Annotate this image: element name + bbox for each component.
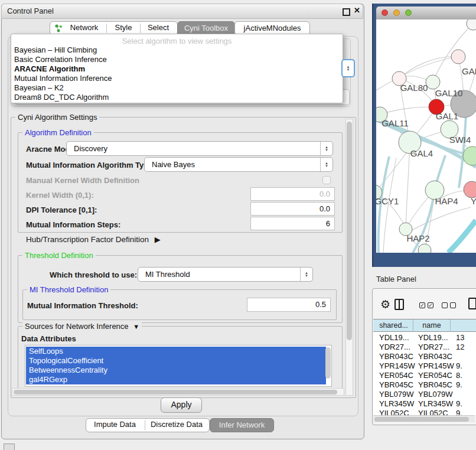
down-arrow-icon: ▼: [305, 275, 308, 278]
mi-threshold-field[interactable]: 0.5: [247, 298, 331, 312]
column-header-name[interactable]: name: [413, 319, 451, 332]
manual-kernel-checkbox[interactable]: [322, 176, 331, 184]
tab-infer-network[interactable]: Infer Network: [210, 418, 274, 432]
tab-infer-network-label: Infer Network: [210, 419, 273, 432]
mi-steps-field[interactable]: 6: [250, 217, 335, 230]
list-vertical-scrollbar[interactable]: [325, 347, 331, 379]
node-label: SWI4: [449, 135, 471, 145]
cell: YIL052C: [379, 409, 409, 415]
tab-network[interactable]: Network: [63, 21, 106, 34]
deselect-all-icon[interactable]: [450, 302, 456, 308]
cell: 12: [456, 343, 464, 352]
mi-algorithm-type-combobox[interactable]: Naive Bayes ▲▼: [144, 157, 333, 172]
down-arrow-icon: ▼: [347, 69, 350, 71]
close-traffic-light-icon[interactable]: [382, 9, 388, 16]
table-panel-title: Table Panel: [376, 275, 416, 283]
network-graph[interactable]: GAL GAL80 GAL10 GAL1 GAL11 SWI4 GAL4 GCY…: [376, 19, 476, 253]
algorithm-option[interactable]: Dream8 DC_TDC Algorithm: [14, 93, 109, 102]
collapse-down-icon: ▼: [133, 323, 139, 330]
table-body[interactable]: YDL19... YDL19... 13 YDR27... YDR27... 1…: [373, 332, 476, 415]
kernel-width-field[interactable]: 0.0: [250, 187, 335, 201]
attribute-item[interactable]: gal4RGexp: [26, 375, 326, 384]
node-gal10[interactable]: [426, 75, 440, 89]
columns-icon[interactable]: [395, 299, 404, 310]
which-threshold-value: MI Threshold: [145, 268, 190, 281]
which-threshold-label: Which threshold to use:: [50, 270, 137, 279]
which-threshold-combobox[interactable]: MI Threshold ▲▼: [138, 267, 313, 282]
algorithm-popup-hint: Select algorithm to view settings: [11, 37, 343, 45]
attribute-item[interactable]: TopologicalCoefficient: [26, 356, 326, 366]
tab-select[interactable]: Select: [141, 21, 176, 34]
column-header-partial[interactable]: [451, 319, 476, 332]
network-window-titlebar[interactable]: [376, 6, 476, 20]
settings-vertical-scrollbar-thumb[interactable]: [347, 122, 352, 340]
select-all-checked-icon[interactable]: ✓: [428, 302, 433, 308]
export-table-icon[interactable]: [468, 298, 476, 309]
deselect-all-icon[interactable]: [442, 302, 448, 308]
manual-kernel-label: Manual Kernel Width Definition: [26, 176, 139, 185]
tab-style[interactable]: Style: [107, 21, 140, 34]
network-icon: [54, 24, 63, 32]
node-gal-partial[interactable]: [451, 50, 465, 64]
column-header-shared[interactable]: shared...: [374, 319, 413, 332]
cell: YER054C: [418, 371, 452, 380]
sources-group-toggle[interactable]: Sources for Network Inference ▼: [22, 322, 142, 331]
mi-threshold-value: 0.5: [315, 298, 326, 311]
float-window-icon[interactable]: [343, 8, 350, 16]
dock-panel-icon[interactable]: [4, 444, 15, 450]
columns-icon-divider: [399, 300, 400, 309]
hub-section-label: Hub/Transcription Factor Definition: [26, 235, 149, 244]
tab-discretize-data[interactable]: Discretize Data: [145, 418, 208, 431]
node-pink-right[interactable]: [464, 181, 476, 198]
settings-vertical-scrollbar-track[interactable]: [345, 119, 353, 396]
hub-section-toggle[interactable]: Hub/Transcription Factor Definition ▶: [26, 235, 161, 244]
aracne-mode-value: Discovery: [74, 142, 107, 155]
close-icon[interactable]: ✕: [354, 6, 360, 15]
algorithm-combobox-stepper-icon[interactable]: ▲ ▼: [341, 59, 355, 77]
cell: YBR043C: [418, 352, 452, 361]
node-bottom-partial[interactable]: [418, 244, 431, 253]
cell: 9.: [456, 399, 462, 409]
kernel-width-label: Kernel Width (0,1):: [26, 191, 94, 200]
table-horizontal-scrollbar-thumb[interactable]: [374, 417, 469, 422]
cell: 9.: [456, 380, 462, 390]
stepper-icon: ▲▼: [320, 142, 332, 155]
mi-threshold-group-title: MI Threshold Definition: [27, 285, 110, 294]
algorithm-option[interactable]: Mutual Information Inference: [14, 74, 112, 83]
tab-cyni-toolbox-label: Cyni Toolbox: [178, 22, 234, 35]
node-label: HAP2: [406, 233, 429, 243]
node-label: GAL1: [436, 111, 458, 121]
data-attributes-list[interactable]: SelfLoops TopologicalCoefficient Between…: [25, 345, 332, 387]
node-corner-green[interactable]: [463, 146, 476, 165]
cell: YBL079W: [379, 390, 414, 399]
control-panel-titlebar[interactable]: [1, 4, 363, 19]
dpi-tolerance-field[interactable]: 0.0: [250, 202, 335, 216]
cell: YIL052C: [418, 409, 448, 415]
algorithm-option[interactable]: Basic Correlation Inference: [14, 55, 107, 64]
control-panel-title: Control Panel: [7, 6, 54, 15]
cell: YLR345W: [379, 399, 414, 409]
attribute-item[interactable]: BetweennessCentrality: [26, 366, 326, 375]
algorithm-option-selected[interactable]: ARACNE Algorithm: [14, 64, 85, 74]
minimize-traffic-light-icon[interactable]: [393, 9, 400, 16]
cell: YPR145W: [379, 361, 415, 371]
tab-impute-data[interactable]: Impute Data: [86, 418, 144, 431]
table-horizontal-scrollbar-track[interactable]: [373, 415, 475, 422]
apply-button[interactable]: Apply: [161, 397, 202, 413]
gear-icon[interactable]: ⚙: [380, 298, 390, 311]
algorithm-option[interactable]: Bayesian – Hill Climbing: [14, 45, 97, 55]
cell: YDR27...: [379, 343, 410, 352]
attribute-item[interactable]: SelfLoops: [26, 347, 326, 356]
sources-group-title: Sources for Network Inference: [25, 322, 129, 331]
zoom-traffic-light-icon[interactable]: [405, 9, 412, 16]
cyni-settings-title: Cyni Algorithm Settings: [15, 113, 99, 122]
algorithm-definition-title: Algorithm Definition: [22, 128, 94, 137]
settings-horizontal-scrollbar-thumb[interactable]: [14, 390, 337, 394]
aracne-mode-combobox[interactable]: Discovery ▲▼: [66, 141, 333, 156]
select-all-checked-icon[interactable]: ✓: [419, 302, 425, 308]
mi-steps-label: Mutual Information Steps:: [26, 220, 120, 229]
node-label: HAP4: [435, 196, 458, 206]
algorithm-option[interactable]: Bayesian – K2: [14, 83, 64, 93]
node-label: GAL11: [382, 118, 409, 128]
settings-horizontal-scrollbar-track[interactable]: [12, 388, 344, 396]
